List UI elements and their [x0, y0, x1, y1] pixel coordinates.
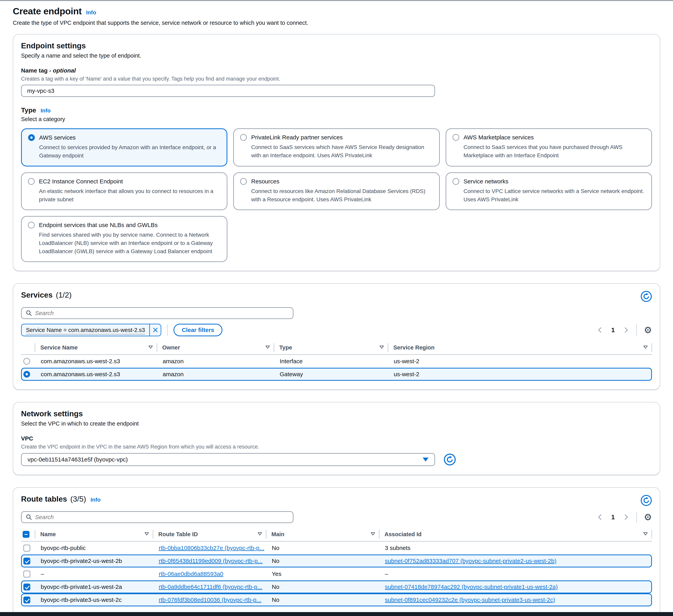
services-refresh-button[interactable] [641, 291, 652, 302]
route-table-row-private1[interactable]: byovpc-rtb-private1-us-west-2a rtb-0a9dd… [21, 580, 652, 593]
row-checkbox[interactable] [23, 571, 30, 578]
services-pagination: 1 ⚙ [597, 324, 652, 335]
next-page-button[interactable] [623, 514, 629, 521]
type-option-service-networks[interactable]: Service networks Connect to VPC Lattice … [446, 173, 652, 210]
route-table-id-link[interactable]: rtb-0a9ddbe64c1711df6 (byovpc-rtb-p... [159, 584, 262, 590]
radio-icon[interactable] [28, 222, 35, 228]
chevron-left-icon [597, 327, 603, 333]
column-header-associated-id: Associated Id [379, 530, 652, 539]
table-settings-button[interactable]: ⚙ [644, 513, 652, 522]
filter-column-icon[interactable] [643, 345, 648, 350]
taskbar-strip [0, 612, 673, 616]
page-description: Create the type of VPC endpoint that sup… [13, 20, 660, 26]
divider [636, 512, 637, 523]
subnet-link[interactable]: subnet-07418de78974ac292 (byovpc-subnet-… [385, 584, 558, 590]
radio-column-header [21, 343, 35, 352]
route-tables-count: (3/5) [70, 495, 86, 503]
route-table-row-private3[interactable]: byovpc-rtb-private3-us-west-2c rtb-076fd… [21, 593, 652, 606]
radio-icon[interactable] [240, 178, 247, 185]
type-options-grid: AWS services Connect to services provide… [21, 128, 652, 262]
route-table-id-link[interactable]: rtb-06ae0dbd6a88593a0 [159, 571, 223, 577]
type-option-aws-services[interactable]: AWS services Connect to services provide… [21, 128, 227, 167]
radio-icon[interactable] [453, 134, 459, 141]
column-header-type: Type [274, 343, 388, 352]
services-card: Services (1/2) Service Name = com.amazon… [13, 283, 660, 390]
endpoint-settings-title: Endpoint settings [21, 41, 86, 50]
current-page: 1 [609, 326, 618, 334]
subnets-popover-link[interactable]: 3 subnets [385, 545, 411, 551]
table-settings-button[interactable]: ⚙ [644, 325, 652, 335]
radio-selected-icon[interactable] [28, 134, 35, 141]
service-row-interface[interactable]: com.amazonaws.us-west-2.s3 amazon Interf… [21, 355, 652, 368]
filter-column-icon[interactable] [144, 532, 149, 537]
filter-column-icon[interactable] [370, 532, 376, 537]
subnet-link[interactable]: subnet-0f891cec049232c2e (byovpc-subnet-… [385, 597, 555, 603]
route-table-id-link[interactable]: rtb-0f65438d1199ed009 (byovpc-rtb-p... [159, 558, 262, 564]
type-label: Type [21, 106, 36, 114]
chevron-right-icon [623, 327, 629, 333]
filter-column-icon[interactable] [148, 345, 153, 350]
service-row-gateway[interactable]: com.amazonaws.us-west-2.s3 amazon Gatewa… [21, 368, 652, 381]
type-option-nlb-gwlb[interactable]: Endpoint services that use NLBs and GWLB… [21, 216, 227, 262]
subnet-link[interactable]: subnet-0f752ad83333ad707 (byovpc-subnet-… [385, 558, 556, 564]
services-count: (1/2) [56, 291, 71, 299]
prev-page-button[interactable] [597, 327, 603, 333]
type-option-ec2-instance-connect[interactable]: EC2 Instance Connect Endpoint An elastic… [21, 173, 227, 210]
type-option-marketplace[interactable]: AWS Marketplace services Connect to SaaS… [446, 128, 652, 167]
prev-page-button[interactable] [597, 514, 603, 521]
route-table-row-private2[interactable]: byovpc-rtb-private2-us-west-2b rtb-0f654… [21, 555, 652, 568]
create-endpoint-page: Create endpoint Info Create the type of … [0, 1, 673, 616]
refresh-icon [641, 495, 652, 506]
vpc-refresh-button[interactable] [444, 453, 456, 466]
radio-icon[interactable] [28, 178, 35, 185]
radio-selected-icon[interactable] [23, 371, 30, 378]
current-page: 1 [609, 514, 618, 521]
gear-icon: ⚙ [644, 325, 652, 335]
vpc-select[interactable]: vpc-0eb11514a74631e5f (byovpc-vpc) [21, 453, 435, 466]
filter-column-icon[interactable] [257, 532, 262, 537]
next-page-button[interactable] [623, 327, 629, 333]
type-option-privatelink-partner[interactable]: PrivateLink Ready partner services Conne… [233, 128, 440, 167]
select-all-checkbox-indeterminate[interactable] [23, 531, 29, 538]
service-name-filter-token[interactable]: Service Name = com.amazonaws.us-west-2.s… [21, 324, 161, 336]
remove-filter-icon[interactable] [149, 324, 161, 336]
route-table-id-link[interactable]: rtb-076fdf3b08ed10036 (byovpc-rtb-p... [159, 597, 261, 603]
page-title: Create endpoint [13, 6, 81, 16]
route-tables-info-link[interactable]: Info [90, 497, 100, 503]
route-tables-search-input[interactable] [35, 514, 289, 521]
chevron-left-icon [597, 514, 603, 521]
route-table-id-link[interactable]: rtb-0bba10806b33cb27e (byovpc-rtb-p... [159, 545, 264, 551]
endpoint-settings-subtitle: Specify a name and select the type of en… [21, 52, 652, 59]
filter-column-icon[interactable] [379, 345, 384, 350]
clear-filters-button[interactable]: Clear filters [174, 324, 222, 336]
vpc-help: Create the VPC endpoint in the VPC in th… [21, 444, 652, 450]
route-tables-table: Name Route Table ID Main [21, 529, 652, 606]
page-info-link[interactable]: Info [86, 9, 96, 16]
type-info-link[interactable]: Info [40, 107, 50, 113]
radio-icon[interactable] [23, 358, 30, 365]
chevron-down-icon [423, 457, 429, 461]
services-table: Service Name Owner Type [21, 342, 652, 381]
name-tag-input[interactable] [21, 85, 435, 97]
route-tables-search [21, 511, 293, 523]
refresh-icon [444, 453, 456, 466]
route-table-row-main[interactable]: – rtb-06ae0dbd6a88593a0 Yes – [21, 568, 652, 580]
page-header: Create endpoint Info Create the type of … [13, 6, 660, 26]
row-checkbox-checked[interactable] [23, 597, 30, 603]
route-table-row-public[interactable]: byovpc-rtb-public rtb-0bba10806b33cb27e … [21, 542, 652, 555]
row-checkbox[interactable] [23, 545, 30, 552]
row-checkbox-checked[interactable] [23, 558, 30, 565]
type-option-resources[interactable]: Resources Connect to resources like Amaz… [233, 173, 440, 210]
column-header-main: Main [266, 530, 379, 539]
services-search-input[interactable] [35, 310, 289, 316]
route-tables-refresh-button[interactable] [641, 495, 652, 506]
row-checkbox-checked[interactable] [23, 584, 30, 590]
chevron-right-icon [623, 514, 629, 521]
radio-icon[interactable] [240, 134, 247, 141]
name-tag-label: Name tag - optional [21, 67, 652, 74]
filter-column-icon[interactable] [643, 532, 648, 537]
filter-column-icon[interactable] [265, 345, 270, 350]
radio-icon[interactable] [453, 178, 459, 185]
endpoint-settings-card: Endpoint settings Specify a name and sel… [13, 34, 660, 271]
network-settings-card: Network settings Select the VPC in which… [13, 402, 660, 475]
